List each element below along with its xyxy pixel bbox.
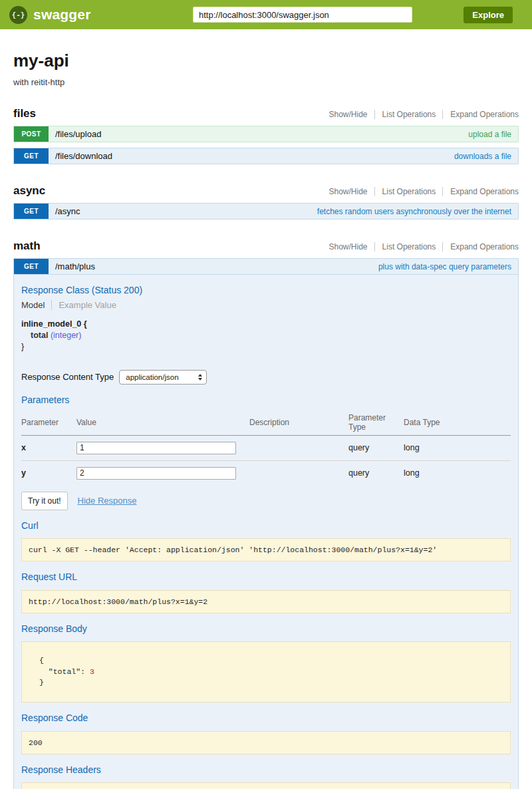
section-header: files Show/Hide List Operations Expand O… [13, 107, 519, 120]
operation-path[interactable]: /files/download [55, 148, 112, 164]
response-headers-heading: Response Headers [21, 764, 511, 775]
selected-content-type: application/json [126, 373, 198, 381]
tab-example-value[interactable]: Example Value [52, 300, 116, 310]
column-parameter-type: Parameter Type [348, 410, 404, 436]
response-content-type-row: Response Content Type application/json [21, 370, 511, 385]
operation-detail-panel: Response Class (Status 200) Model Exampl… [13, 275, 519, 789]
api-title: my-api [13, 51, 519, 71]
parameter-row-x: x query long [21, 435, 511, 460]
response-body-prefix: { "total": [39, 656, 90, 676]
parameter-type: query [348, 460, 404, 486]
api-description: with reitit-http [13, 77, 519, 87]
parameter-row-y: y query long [21, 460, 511, 486]
response-body-heading: Response Body [21, 623, 511, 634]
expand-operations-link[interactable]: Expand Operations [442, 110, 519, 119]
operation-summary[interactable]: upload a file [468, 130, 511, 139]
parameters-table: Parameter Value Description Parameter Ty… [21, 410, 511, 486]
column-value: Value [76, 410, 249, 436]
section-math: math Show/Hide List Operations Expand Op… [13, 239, 519, 789]
operation-summary[interactable]: fetches random users asynchronously over… [317, 207, 511, 216]
section-header: math Show/Hide List Operations Expand Op… [13, 239, 519, 253]
parameter-description [249, 435, 348, 460]
list-operations-link[interactable]: List Operations [374, 187, 436, 196]
response-body-suffix: } [39, 678, 44, 687]
section-controls: Show/Hide List Operations Expand Operati… [329, 187, 519, 196]
parameter-data-type: long [404, 460, 511, 486]
explore-button[interactable]: Explore [464, 7, 513, 23]
parameters-header-row: Parameter Value Description Parameter Ty… [21, 410, 511, 436]
curl-heading: Curl [21, 520, 511, 531]
swagger-logo-icon: {-} [9, 6, 27, 24]
http-method-badge: GET [14, 148, 49, 164]
response-code-heading: Response Code [21, 712, 511, 723]
column-parameter: Parameter [21, 410, 76, 436]
parameter-name: x [21, 435, 76, 460]
http-method-badge: GET [14, 204, 49, 219]
select-arrows-icon [198, 374, 202, 381]
column-data-type: Data Type [404, 410, 511, 436]
expand-operations-link[interactable]: Expand Operations [442, 187, 519, 196]
expand-operations-link[interactable]: Expand Operations [442, 242, 519, 251]
column-description: Description [249, 410, 348, 436]
try-it-out-button[interactable]: Try it out! [21, 492, 68, 510]
http-method-badge: POST [14, 126, 49, 142]
response-code-value: 200 [21, 731, 511, 754]
response-class-heading: Response Class (Status 200) [21, 285, 511, 295]
http-method-badge: GET [14, 259, 49, 274]
curl-command: curl -X GET --header 'Accept: applicatio… [21, 538, 511, 561]
model-signature: inline_model_0 { total (integer) } [21, 319, 511, 353]
model-close: } [21, 341, 511, 353]
response-body-value: { "total": 3 } [21, 641, 511, 703]
operation-path[interactable]: /async [55, 204, 80, 219]
section-title-files[interactable]: files [13, 107, 36, 120]
model-property: total (integer) [21, 330, 511, 341]
operation-path[interactable]: /files/upload [55, 126, 101, 142]
list-operations-link[interactable]: List Operations [374, 242, 436, 251]
operation-row-get-files-download[interactable]: GET /files/download downloads a file [13, 148, 519, 164]
operation-path[interactable]: /math/plus [55, 259, 95, 274]
model-property-name: total [31, 331, 48, 340]
parameters-heading: Parameters [21, 394, 511, 405]
operation-row-get-async[interactable]: GET /async fetches random users asynchro… [13, 203, 519, 220]
model-tabs: Model Example Value [21, 300, 511, 310]
model-property-type: (integer) [51, 331, 82, 340]
response-content-type-select[interactable]: application/json [119, 370, 207, 385]
hide-response-link[interactable]: Hide Response [78, 496, 137, 506]
operation-summary[interactable]: downloads a file [454, 152, 511, 161]
parameter-value-input-y[interactable] [76, 467, 236, 480]
model-open: inline_model_0 { [21, 319, 511, 330]
brand-name: swagger [33, 7, 91, 23]
operation-row-post-files-upload[interactable]: POST /files/upload upload a file [13, 126, 519, 142]
main-content: my-api with reitit-http files Show/Hide … [0, 51, 532, 789]
section-header: async Show/Hide List Operations Expand O… [13, 184, 519, 198]
tab-model[interactable]: Model [21, 300, 52, 310]
request-url-value: http://localhost:3000/math/plus?x=1&y=2 [21, 590, 511, 613]
section-files: files Show/Hide List Operations Expand O… [13, 107, 519, 164]
section-title-async[interactable]: async [13, 184, 45, 198]
swagger-url-input[interactable] [193, 7, 412, 23]
parameter-type: query [348, 435, 404, 460]
response-headers-value: { "date": "Sun, 21 Oct 2018 20:07:29 GMT… [21, 782, 511, 789]
section-title-math[interactable]: math [13, 239, 41, 253]
show-hide-link[interactable]: Show/Hide [329, 187, 368, 196]
list-operations-link[interactable]: List Operations [374, 110, 436, 119]
section-controls: Show/Hide List Operations Expand Operati… [329, 110, 519, 119]
operation-summary[interactable]: plus with data-spec query parameters [378, 262, 511, 271]
show-hide-link[interactable]: Show/Hide [329, 110, 368, 119]
show-hide-link[interactable]: Show/Hide [329, 242, 368, 251]
parameter-description [249, 460, 348, 486]
response-content-type-label: Response Content Type [21, 372, 114, 382]
operation-row-get-math-plus[interactable]: GET /math/plus plus with data-spec query… [13, 258, 519, 275]
section-async: async Show/Hide List Operations Expand O… [13, 184, 519, 220]
request-url-heading: Request URL [21, 571, 511, 582]
parameter-value-input-x[interactable] [76, 442, 236, 454]
brand[interactable]: {-} swagger [9, 6, 193, 24]
response-body-number: 3 [90, 667, 94, 676]
parameter-name: y [21, 460, 76, 486]
top-bar: {-} swagger Explore [0, 0, 532, 29]
actions-row: Try it out! Hide Response [21, 492, 511, 510]
parameter-data-type: long [404, 435, 511, 460]
section-controls: Show/Hide List Operations Expand Operati… [329, 242, 519, 251]
